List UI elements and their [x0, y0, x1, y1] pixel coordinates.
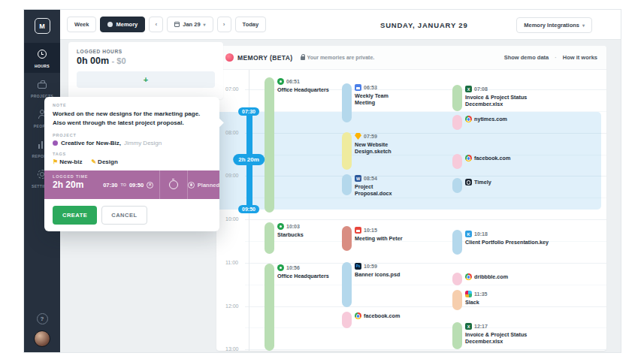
entry-name: Client Portfolio Presentation.key — [465, 239, 549, 246]
hour-gridline — [245, 263, 606, 264]
page-title: SUNDAY, JANUARY 29 — [380, 21, 467, 29]
entry-name: nytimes.com — [474, 116, 507, 123]
entry-duration-pill[interactable] — [342, 226, 352, 251]
entry-meta: 10:03Starbucks — [277, 223, 331, 238]
today-button[interactable]: Today — [235, 17, 267, 32]
note-text[interactable]: Worked on the new designs for the market… — [53, 110, 211, 128]
entry-duration-pill[interactable] — [342, 132, 352, 170]
chrome-icon — [465, 273, 472, 280]
hour-label: 09:00 — [225, 173, 239, 178]
entry-name: Weekly Team Meeting — [355, 92, 409, 107]
entry-duration-pill[interactable] — [452, 290, 462, 310]
app-logo[interactable]: M — [35, 18, 50, 34]
timer-icon[interactable] — [169, 180, 178, 189]
memory-icon — [107, 22, 113, 27]
entry-name: facebook.com — [474, 155, 510, 162]
pin-icon — [277, 223, 284, 230]
time-from-field[interactable]: 07:30 — [103, 182, 117, 189]
tags-row: ⚑New-biz ✎Design — [53, 158, 211, 165]
entry-name: dribbble.com — [474, 273, 508, 281]
entry-name: Meeting with Peter — [355, 235, 409, 243]
hour-gridline — [245, 349, 606, 350]
entry-time: 07:59 — [364, 134, 377, 139]
time-to-field[interactable]: 09:50 — [129, 182, 144, 189]
entry-name: facebook.com — [364, 312, 400, 320]
memory-toggle-button[interactable]: Memory — [100, 17, 145, 32]
memory-brain-icon — [225, 53, 234, 62]
entry-name: Banner icons.psd — [355, 271, 409, 279]
cancel-button[interactable]: CANCEL — [101, 206, 147, 225]
selection-start-badge[interactable]: 07:30 — [238, 107, 259, 116]
entry-duration-pill[interactable] — [452, 154, 462, 169]
entry-duration-pill[interactable] — [342, 262, 352, 307]
entry-duration-pill[interactable] — [452, 85, 462, 111]
entry-duration-pill[interactable] — [342, 83, 352, 122]
planned-label[interactable]: Planned — [198, 182, 219, 189]
entry-time: 08:54 — [364, 176, 377, 181]
sidebar-item-hours[interactable]: HOURS — [24, 43, 60, 73]
tag-new-biz[interactable]: ⚑New-biz — [53, 158, 82, 165]
memory-header: MEMORY (BETA) Your memories are private.… — [216, 46, 606, 70]
project-name: Creative for New-Biz, — [61, 140, 121, 146]
topbar: Week Memory ‹ Jan 29▾ › Today SUNDAY, JA… — [60, 10, 621, 40]
memory-panel: MEMORY (BETA) Your memories are private.… — [216, 46, 606, 351]
hour-gridline — [245, 306, 606, 307]
memory-toggle-label: Memory — [116, 21, 138, 28]
chrome-icon — [465, 155, 472, 161]
entry-duration-pill[interactable] — [452, 178, 462, 193]
date-label: Jan 29 — [183, 21, 200, 28]
entry-time: 12:17 — [474, 324, 488, 329]
project-color-dot — [53, 140, 58, 146]
entry-duration-pill[interactable] — [452, 115, 462, 130]
entry-meta: facebook.com — [465, 155, 549, 162]
entry-meta: 08:54Project Proposal.docx — [355, 175, 409, 198]
entry-time: 10:15 — [364, 228, 377, 233]
logged-time-label: LOGGED TIME — [53, 174, 103, 179]
entry-name: Project Proposal.docx — [355, 183, 409, 198]
memory-title: MEMORY (BETA) — [237, 54, 293, 62]
entry-duration-pill[interactable] — [452, 230, 462, 255]
selection-end-badge[interactable]: 09:50 — [238, 205, 259, 213]
planned-radio-icon[interactable] — [188, 182, 195, 189]
entry-duration-pill[interactable] — [265, 222, 274, 254]
entry-duration-pill[interactable] — [265, 264, 274, 351]
add-entry-button[interactable]: + — [77, 71, 215, 88]
tag-design[interactable]: ✎Design — [91, 158, 117, 165]
lock-icon — [301, 56, 305, 60]
avatar[interactable] — [34, 330, 50, 347]
entry-meta: 07:08Invoice & Project Status December.x… — [465, 86, 549, 108]
entry-duration-pill[interactable] — [452, 273, 462, 285]
new-entry-popup: NOTE Worked on the new designs for the m… — [44, 97, 219, 231]
week-toggle-button[interactable]: Week — [67, 17, 96, 32]
entry-time: 07:08 — [474, 86, 488, 92]
selection-duration-badge[interactable]: 2h 20m — [233, 154, 265, 165]
help-button[interactable]: ? — [37, 313, 48, 324]
entry-meta: 11:35Slack — [465, 291, 549, 306]
calendar-icon — [174, 22, 180, 27]
logged-hours-value: 0h 00m - $0 — [77, 56, 215, 66]
date-picker-button[interactable]: Jan 29▾ — [167, 17, 213, 32]
how-it-works-link[interactable]: How it works — [563, 54, 597, 61]
prev-day-button[interactable]: ‹ — [149, 17, 163, 32]
entry-duration-pill[interactable] — [452, 322, 462, 349]
entry-meta: dribbble.com — [465, 273, 549, 281]
half-hour-gridline — [245, 285, 606, 285]
entry-meta: 10:59Banner icons.psd — [355, 263, 409, 278]
show-demo-data-link[interactable]: Show demo data — [504, 54, 549, 61]
entry-duration-pill[interactable] — [265, 77, 274, 213]
entry-duration-pill[interactable] — [342, 312, 352, 328]
pin-icon — [277, 264, 284, 271]
project-subname: Jimmy Design — [124, 140, 162, 146]
memory-integrations-button[interactable]: Memory Integrations▾ — [516, 17, 592, 33]
project-row[interactable]: Creative for New-Biz, Jimmy Design — [53, 140, 211, 146]
sidebar-item-label: HOURS — [24, 64, 60, 68]
entry-duration-pill[interactable] — [342, 174, 352, 195]
hours-value: 0h 00m — [77, 56, 109, 66]
keynote-icon — [465, 231, 472, 237]
create-button[interactable]: CREATE — [53, 206, 97, 225]
clear-time-icon[interactable] — [147, 182, 153, 189]
next-day-button[interactable]: › — [217, 17, 231, 32]
entry-meta: 07:59New Website Design.sketch — [355, 133, 409, 155]
hour-label: 08:00 — [225, 130, 239, 135]
timely-icon — [465, 179, 472, 186]
